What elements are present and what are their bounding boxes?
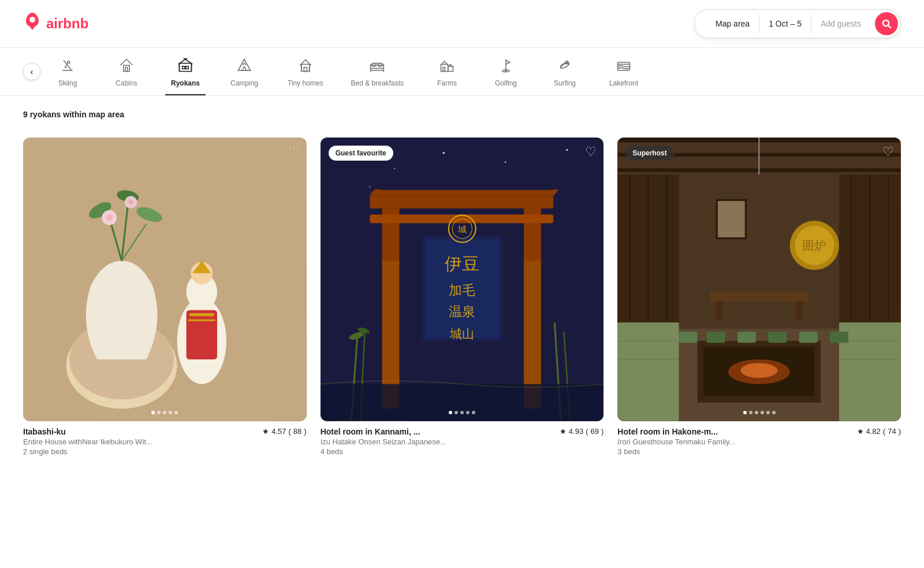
listing-image-3: 囲炉 [617, 138, 901, 421]
wishlist-button-3[interactable]: ♡ [882, 144, 894, 159]
cabins-icon [118, 57, 135, 76]
svg-point-32 [560, 61, 571, 70]
dot [157, 411, 161, 414]
wishlist-button-1[interactable]: ♡ [288, 144, 300, 159]
logo-text: airbnb [46, 16, 88, 32]
results-count: 9 ryokans within map area [0, 96, 924, 128]
search-bar: Map area 1 Oct – 5 Add guests [694, 9, 901, 38]
svg-rect-117 [679, 332, 698, 343]
ryokans-label: Ryokans [171, 79, 200, 87]
svg-rect-17 [301, 64, 310, 71]
svg-rect-18 [304, 68, 307, 72]
listing-beds-3: 3 beds [617, 447, 901, 456]
logo[interactable]: airbnb [23, 12, 88, 35]
dot [755, 411, 758, 414]
svg-rect-11 [186, 66, 188, 69]
category-golfing[interactable]: Golfing [486, 48, 526, 95]
svg-rect-118 [707, 332, 725, 343]
search-location[interactable]: Map area [706, 14, 759, 33]
category-lakefront[interactable]: Lakefront [603, 48, 644, 95]
golfing-icon [498, 57, 514, 76]
superhost-badge: Superhost [625, 146, 673, 161]
dot [772, 411, 776, 414]
listings-grid: ♡ Itabashi-ku ★ 4.57 (88) Entire House w… [0, 128, 924, 479]
listing-rating-1: ★ 4.57 (88) [262, 427, 306, 436]
dot [174, 411, 178, 414]
wishlist-button-2[interactable]: ♡ [585, 144, 597, 159]
svg-point-116 [741, 363, 778, 378]
svg-text:城: 城 [457, 224, 466, 234]
nav-prev-button[interactable]: ‹ [23, 63, 40, 80]
dot [743, 411, 747, 414]
listing-beds-1: 2 single beds [23, 447, 307, 456]
dot [749, 411, 752, 414]
listing-title-row-2: Hotel room in Kannami, ... ★ 4.93 (69) [321, 427, 604, 436]
bnb-label: Bed & breakfasts [351, 79, 404, 87]
farms-label: Farms [437, 79, 457, 87]
lakefront-icon [616, 57, 632, 76]
category-surfing[interactable]: Surfing [545, 48, 585, 95]
svg-line-16 [244, 66, 247, 70]
bnb-icon [369, 57, 385, 76]
results-count-text: 9 ryokans within map area [23, 110, 124, 119]
svg-rect-26 [441, 64, 448, 71]
dot [169, 411, 172, 414]
ryokans-icon [177, 57, 193, 76]
svg-rect-28 [443, 68, 445, 72]
svg-point-47 [128, 200, 133, 205]
lakefront-label: Lakefront [609, 79, 638, 87]
listing-rating-3: ★ 4.82 (74) [857, 427, 901, 436]
listing-card-1[interactable]: ♡ Itabashi-ku ★ 4.57 (88) Entire House w… [23, 138, 307, 456]
listing-title-row-3: Hotel room in Hakone-m... ★ 4.82 (74) [617, 427, 901, 436]
category-nav: ‹ Skiing Cabins [0, 48, 924, 96]
svg-rect-23 [378, 64, 382, 66]
svg-point-4 [68, 61, 70, 64]
listing-info-2: Hotel room in Kannami, ... ★ 4.93 (69) I… [321, 421, 604, 456]
star-icon-1: ★ [262, 427, 269, 436]
svg-rect-123 [710, 292, 808, 302]
category-ryokans[interactable]: Ryokans [165, 48, 206, 95]
svg-rect-10 [182, 66, 185, 69]
listing-card-2[interactable]: 伊豆 加毛 温泉 城山 城 [321, 138, 604, 456]
dot [460, 411, 464, 414]
category-skiing[interactable]: Skiing [47, 48, 88, 95]
tiny-homes-icon [297, 57, 314, 76]
guest-favourite-badge: Guest favourite [329, 146, 393, 161]
svg-rect-52 [187, 310, 217, 359]
category-cabins[interactable]: Cabins [106, 48, 147, 95]
svg-rect-107 [617, 322, 679, 421]
category-tiny-homes[interactable]: Tiny homes [283, 48, 328, 95]
search-dates[interactable]: 1 Oct – 5 [759, 14, 811, 33]
dot [454, 411, 458, 414]
category-bnb[interactable]: Bed & breakfasts [346, 48, 408, 95]
svg-line-1 [888, 25, 891, 28]
camping-label: Camping [230, 79, 258, 87]
dot [151, 411, 155, 414]
surfing-icon [557, 57, 573, 76]
svg-rect-6 [125, 68, 128, 72]
listing-image-1: ♡ [23, 138, 307, 421]
svg-point-45 [106, 214, 113, 221]
categories-list: Skiing Cabins [47, 48, 644, 95]
svg-point-59 [505, 162, 506, 163]
star-icon-2: ★ [560, 427, 567, 436]
svg-text:城山: 城山 [449, 327, 474, 341]
rating-value-3: 4.82 [866, 427, 881, 436]
listing-image-2: 伊豆 加毛 温泉 城山 城 [321, 138, 604, 421]
search-guests[interactable]: Add guests [811, 14, 870, 33]
category-farms[interactable]: Farms [427, 48, 467, 95]
svg-point-31 [505, 70, 506, 72]
reviews-count-3: 74 [888, 427, 896, 436]
svg-text:伊豆: 伊豆 [445, 254, 479, 273]
category-camping[interactable]: Camping [224, 48, 264, 95]
tiny-homes-label: Tiny homes [288, 79, 323, 87]
search-button[interactable] [875, 12, 898, 35]
listing-card-3[interactable]: 囲炉 [617, 138, 901, 456]
dot [163, 411, 166, 414]
dot [466, 411, 470, 414]
svg-text:囲炉: 囲炉 [803, 239, 827, 253]
svg-rect-81 [321, 384, 604, 421]
svg-rect-22 [372, 64, 377, 66]
dots-1 [151, 411, 178, 414]
svg-rect-119 [737, 332, 756, 343]
